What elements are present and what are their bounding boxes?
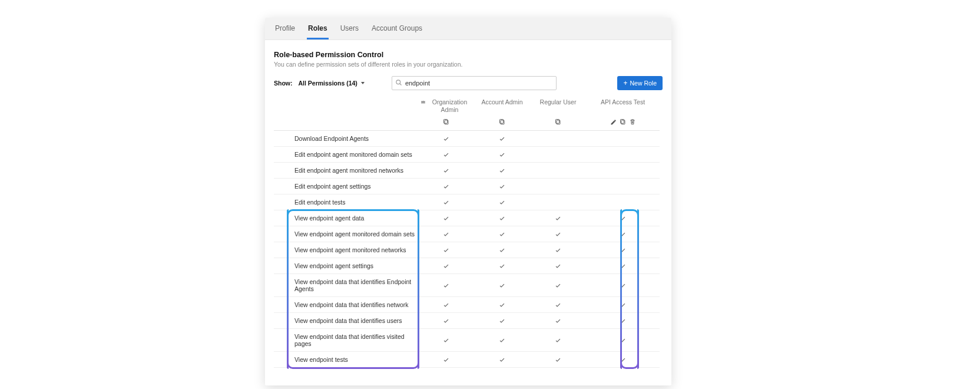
permission-name: Download Endpoint Agents	[274, 131, 418, 147]
permission-cell	[474, 226, 530, 242]
show-label: Show:	[274, 80, 293, 87]
check-icon	[620, 215, 626, 222]
role-actions	[474, 115, 530, 131]
search-input[interactable]	[392, 76, 557, 90]
permission-cell	[418, 226, 474, 242]
column-header: Regular User	[530, 97, 586, 115]
permission-cell	[474, 194, 530, 210]
copy-icon[interactable]	[620, 118, 627, 126]
permission-cell	[586, 226, 660, 242]
column-header: Account Admin	[474, 97, 530, 115]
check-icon	[499, 215, 505, 222]
check-icon	[443, 318, 449, 324]
action-cell-empty	[274, 115, 418, 131]
check-icon	[443, 263, 449, 269]
copy-icon[interactable]	[499, 118, 506, 126]
show-filter-dropdown[interactable]: All Permissions (14)	[299, 80, 365, 87]
permission-cell	[418, 258, 474, 274]
check-icon	[499, 136, 505, 142]
check-icon	[443, 183, 449, 190]
check-icon	[555, 263, 561, 269]
check-icon	[499, 357, 505, 363]
column-header: Organization Admin	[418, 97, 474, 115]
svg-line-1	[400, 84, 402, 85]
permission-name: View endpoint data that identifies netwo…	[274, 297, 418, 313]
permission-cell	[586, 352, 660, 368]
check-icon	[620, 337, 626, 344]
permission-cell	[418, 194, 474, 210]
check-icon	[499, 282, 505, 289]
new-role-label: New Role	[630, 80, 657, 87]
permission-cell	[418, 329, 474, 352]
search-wrap	[392, 76, 557, 90]
check-icon	[555, 337, 561, 344]
column-header: API Access Test	[586, 97, 660, 115]
check-icon	[443, 337, 449, 344]
permission-cell	[474, 147, 530, 163]
tab-users[interactable]: Users	[339, 18, 360, 39]
svg-rect-7	[555, 120, 559, 124]
svg-rect-5	[499, 120, 503, 124]
permission-cell	[474, 274, 530, 297]
permission-name: View endpoint agent monitored networks	[274, 242, 418, 258]
permission-cell	[530, 194, 586, 210]
svg-rect-6	[557, 120, 560, 124]
permission-cell	[418, 352, 474, 368]
permission-name: View endpoint agent data	[274, 210, 418, 226]
permission-cell	[586, 329, 660, 352]
column-header-permission	[274, 97, 418, 115]
permission-cell	[530, 329, 586, 352]
permission-cell	[418, 163, 474, 179]
role-actions	[586, 115, 660, 131]
permission-cell	[586, 274, 660, 297]
check-icon	[620, 231, 626, 238]
copy-icon[interactable]	[443, 118, 450, 126]
permission-cell	[530, 297, 586, 313]
tab-bar: ProfileRolesUsersAccount Groups	[265, 18, 671, 40]
permission-cell	[418, 297, 474, 313]
permission-cell	[418, 210, 474, 226]
permission-name: View endpoint agent monitored domain set…	[274, 226, 418, 242]
check-icon	[555, 247, 561, 253]
check-icon	[443, 231, 449, 238]
check-icon	[620, 263, 626, 269]
permission-cell	[586, 210, 660, 226]
check-icon	[443, 151, 449, 158]
permission-cell	[530, 226, 586, 242]
delete-icon[interactable]	[629, 118, 636, 126]
permission-cell	[530, 313, 586, 329]
edit-icon[interactable]	[610, 118, 617, 126]
permission-cell	[586, 131, 660, 147]
check-icon	[620, 282, 626, 289]
plus-icon: +	[623, 80, 627, 87]
tab-roles[interactable]: Roles	[307, 18, 329, 39]
permission-name: View endpoint data that identifies visit…	[274, 329, 418, 352]
role-actions	[530, 115, 586, 131]
permission-cell	[418, 242, 474, 258]
permission-name: View endpoint tests	[274, 352, 418, 368]
permission-cell	[418, 313, 474, 329]
permission-cell	[530, 163, 586, 179]
permission-cell	[586, 297, 660, 313]
copy-icon[interactable]	[555, 118, 562, 126]
tab-account-groups[interactable]: Account Groups	[370, 18, 423, 39]
permission-cell	[530, 274, 586, 297]
check-icon	[443, 136, 449, 142]
check-icon	[499, 151, 505, 158]
check-icon	[620, 357, 626, 363]
check-icon	[443, 215, 449, 222]
check-icon	[499, 183, 505, 190]
tab-profile[interactable]: Profile	[274, 18, 296, 39]
permission-cell	[586, 147, 660, 163]
new-role-button[interactable]: + New Role	[617, 76, 663, 90]
svg-rect-9	[620, 120, 624, 124]
permission-cell	[474, 210, 530, 226]
check-icon	[555, 318, 561, 324]
page-title: Role-based Permission Control	[274, 51, 663, 59]
check-icon	[499, 231, 505, 238]
check-icon	[555, 282, 561, 289]
roles-content: Role-based Permission Control You can de…	[265, 40, 671, 385]
check-icon	[499, 167, 505, 174]
check-icon	[499, 247, 505, 253]
permission-cell	[586, 163, 660, 179]
